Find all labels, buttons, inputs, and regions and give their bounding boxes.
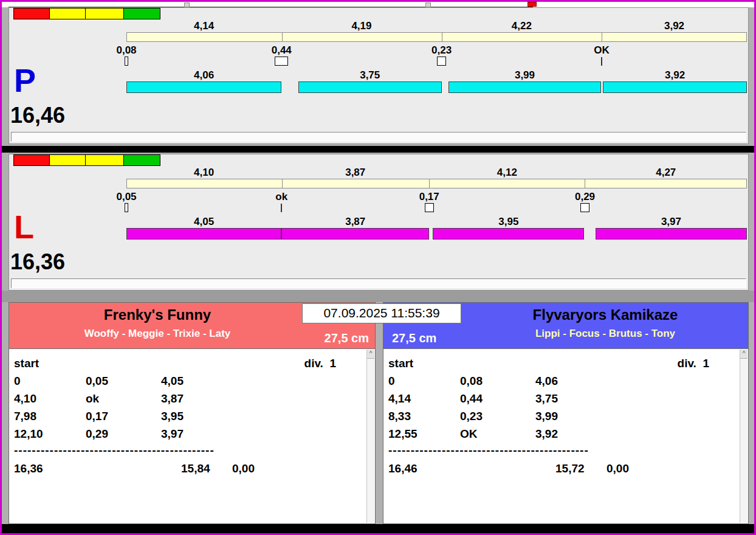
section-separator xyxy=(2,146,754,153)
bar-separator xyxy=(282,33,283,41)
bar-separator xyxy=(585,179,585,188)
fault-group: 0,05 xyxy=(105,191,148,212)
bar-segment xyxy=(298,81,442,93)
fault-group: 0,08 xyxy=(105,44,148,66)
top-toolbar-fragment xyxy=(2,2,754,7)
bar-segment xyxy=(448,81,601,93)
split-time-top: 4,22 xyxy=(442,20,602,32)
fault-marker xyxy=(580,203,589,212)
table-row: 8,33 0,23 3,99 xyxy=(383,410,738,424)
table-row: start div. 1 xyxy=(383,357,738,371)
split-time-top: 3,87 xyxy=(281,167,429,179)
team-dogs: Wooffy - Meggie - Trixie - Laty xyxy=(9,328,306,340)
fault-time: 0,29 xyxy=(86,427,108,441)
fault-time-label: 0,17 xyxy=(408,191,450,202)
record-indicator-icon xyxy=(527,2,537,7)
division-label: div. 1 xyxy=(304,357,336,370)
fault-marker xyxy=(601,57,602,66)
split-time-bottom: 4,05 xyxy=(126,216,281,228)
scrollbar[interactable]: ^ xyxy=(740,350,747,523)
clean-time: 15,72 xyxy=(555,462,585,475)
bar-segment xyxy=(281,228,429,240)
totals-row: 16,36 15,84 0,00 xyxy=(9,462,365,477)
fault-time-label: 0,29 xyxy=(564,191,607,202)
cum-time: 12,10 xyxy=(14,427,43,441)
fault-group: 0,23 xyxy=(421,44,463,66)
cum-time: 4,10 xyxy=(14,392,36,406)
fault-time-label: OK xyxy=(580,44,623,56)
scroll-up-icon[interactable]: ^ xyxy=(367,350,374,359)
split-time-bottom: 3,87 xyxy=(281,216,429,228)
scrollbar[interactable]: ^ xyxy=(366,350,374,523)
split-time: 4,06 xyxy=(535,374,558,388)
split-time: 3,75 xyxy=(535,392,558,406)
team-panel-right: Flyvaryors Kamikaze Lippi - Focus - Brut… xyxy=(383,302,749,524)
light-red xyxy=(13,8,50,19)
tab-fragment xyxy=(425,2,431,7)
lane-letter: P xyxy=(14,64,36,97)
cum-time: 12,55 xyxy=(388,427,418,441)
bar-separator xyxy=(282,179,283,188)
start-label: start xyxy=(14,357,39,370)
team-name: Flyvaryors Kamikaze xyxy=(462,306,748,323)
cum-time: 0 xyxy=(14,374,21,388)
split-time: 3,92 xyxy=(535,427,558,441)
bar-separator xyxy=(442,33,442,41)
fault-time: 0,05 xyxy=(86,374,108,388)
lane-time-bars xyxy=(126,81,747,93)
app-window: 4,14 4,19 4,22 3,92 0,08 0,44 0,23 xyxy=(0,0,756,535)
split-time-top: 4,10 xyxy=(126,167,281,179)
section-gap xyxy=(2,291,754,302)
lane-total-time: 16,46 xyxy=(10,103,65,128)
start-label: start xyxy=(388,357,413,370)
penalty-time: 0,00 xyxy=(607,462,629,475)
datetime-display: 07.09.2025 11:55:39 xyxy=(302,303,461,323)
split-time-bottom: 3,92 xyxy=(603,69,747,81)
status-strip xyxy=(11,278,746,288)
table-row: 0 0,05 4,05 xyxy=(9,374,365,389)
team-name: Frenky's Funny xyxy=(9,306,306,323)
light-yellow-b xyxy=(85,154,124,166)
fault-time-label: ok xyxy=(260,191,303,202)
scroll-up-icon[interactable]: ^ xyxy=(740,350,747,359)
bar-separator xyxy=(602,33,602,41)
split-time: 3,97 xyxy=(161,427,184,441)
division-label: div. 1 xyxy=(678,357,709,370)
team-dogs: Lippi - Focus - Brutus - Tony xyxy=(462,328,748,340)
main-canvas: 4,14 4,19 4,22 3,92 0,08 0,44 0,23 xyxy=(2,2,754,533)
ideal-time-bar xyxy=(126,32,747,42)
timing-track: 4,10 3,87 4,12 4,27 0,05 ok 0,17 xyxy=(126,154,747,291)
lane-total-time: 16,36 xyxy=(10,249,65,275)
split-time-top: 3,92 xyxy=(602,20,747,32)
table-row: start div. 1 xyxy=(9,357,365,371)
split-time-bottom: 3,95 xyxy=(433,216,584,228)
total-time: 16,46 xyxy=(388,462,418,475)
fault-marker xyxy=(281,204,282,212)
table-row: 12,10 0,29 3,97 xyxy=(9,427,365,442)
split-time-top: 4,12 xyxy=(429,167,585,179)
status-strip xyxy=(11,132,746,142)
fault-marker xyxy=(275,57,288,66)
table-row: 4,14 0,44 3,75 xyxy=(383,392,738,407)
table-row: 7,98 0,17 3,95 xyxy=(9,410,365,424)
results-table: start div. 1 0 0,05 4,05 4,10 ok 3,87 7,… xyxy=(9,348,375,523)
fault-group: OK xyxy=(580,44,623,66)
split-time: 3,87 xyxy=(161,392,184,406)
lane-panel-p: 4,14 4,19 4,22 3,92 0,08 0,44 0,23 xyxy=(9,7,749,144)
results-table: start div. 1 0 0,08 4,06 4,14 0,44 3,75 … xyxy=(383,348,748,523)
bottom-bar xyxy=(2,524,754,533)
team-panel-left: Frenky's Funny Wooffy - Meggie - Trixie … xyxy=(9,302,376,524)
fault-group: ok xyxy=(260,191,303,212)
split-time: 4,05 xyxy=(161,374,184,388)
split-time-bottom: 3,75 xyxy=(298,69,442,81)
split-time-top: 4,27 xyxy=(585,167,747,179)
ideal-time-bar xyxy=(126,179,747,188)
fault-group: 0,29 xyxy=(564,191,607,212)
tab-fragment xyxy=(184,2,190,7)
split-time-top: 4,14 xyxy=(126,20,281,32)
bar-segment xyxy=(126,81,281,93)
bar-segment xyxy=(433,228,584,240)
fault-time-label: 0,44 xyxy=(260,44,303,56)
jump-height-label: 27,5 cm xyxy=(325,331,369,345)
light-red xyxy=(13,154,50,166)
